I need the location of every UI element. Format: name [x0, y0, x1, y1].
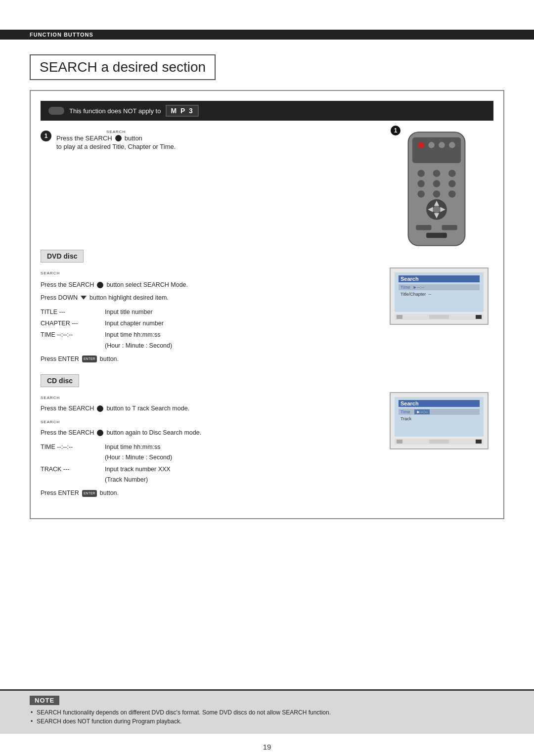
mp3-notice: This function does NOT apply to M P 3	[41, 101, 493, 121]
dvd-line2b: button highlight desired item.	[89, 293, 169, 303]
cd-screen-btn-right	[476, 440, 482, 444]
cd-track-desc: Input track number XXX (Track Number)	[105, 464, 375, 486]
dvd-screen-title: Search	[399, 275, 480, 282]
step1-text: SEARCH Press the SEARCH button to play a…	[56, 130, 176, 150]
chapter-label: CHAPTER ---	[41, 318, 90, 329]
dvd-screen-bottom	[395, 314, 484, 320]
title-label: TITLE ---	[41, 307, 90, 317]
note-section: NOTE SEARCH functionality depends on dif…	[0, 689, 534, 734]
note-item-1: SEARCH functionality depends on differen…	[30, 709, 504, 716]
svg-point-4	[439, 142, 445, 148]
dvd-search-btn	[97, 282, 103, 288]
cd-search-btn2	[97, 430, 103, 436]
cd-screen-btn-mid	[429, 440, 449, 444]
cd-line2: Press the SEARCH	[41, 428, 94, 438]
page-wrapper: FUNCTION BUTTONS SEARCH a desired sectio…	[0, 0, 534, 756]
title-desc: Input title number	[105, 307, 375, 317]
svg-point-14	[448, 190, 456, 198]
cd-enter-label: Press ENTER	[41, 488, 79, 498]
cd-screen: Search Time►--:-- Track	[390, 392, 489, 449]
dvd-search-label: SEARCH	[41, 271, 60, 275]
cd-search-label2: SEARCH	[41, 420, 60, 424]
dvd-line1b: button select SEARCH Mode.	[106, 280, 188, 290]
section-title: SEARCH a desired section	[30, 54, 216, 80]
svg-point-5	[449, 142, 455, 148]
dvd-right: Search Time ►--:-- Title/Chapter --	[385, 267, 493, 364]
cd-screen-time: Time►--:--	[399, 409, 480, 415]
svg-point-13	[433, 190, 441, 198]
svg-rect-1	[412, 137, 461, 163]
dvd-screen: Search Time ►--:-- Title/Chapter --	[390, 267, 489, 325]
remote-container: 1	[395, 130, 484, 250]
svg-point-8	[448, 170, 456, 177]
dvd-left: SEARCH Press the SEARCH button select SE…	[41, 267, 375, 364]
dvd-instructions: SEARCH Press the SEARCH button select SE…	[41, 267, 375, 364]
header-label: FUNCTION BUTTONS	[30, 32, 93, 38]
mp3-notice-text: This function does NOT apply to	[69, 107, 161, 115]
cd-disc-section: CD disc SEARCH Press the SEARCH button t…	[41, 374, 493, 498]
down-arrow-icon	[81, 296, 87, 300]
cd-left: SEARCH Press the SEARCH button to T rack…	[41, 392, 375, 498]
step1-right: 1	[385, 130, 493, 250]
dvd-line2a: Press DOWN	[41, 293, 78, 303]
svg-point-6	[417, 170, 425, 177]
remote-svg	[395, 130, 479, 248]
dvd-enter-label2: button.	[100, 354, 119, 364]
svg-point-9	[417, 180, 425, 187]
cd-search-btn1	[97, 405, 103, 412]
dvd-disc-section: DVD disc SEARCH Press the SEARCH button …	[41, 250, 493, 364]
time-label: TIME --:--:--	[41, 330, 90, 340]
dvd-enter-label: Press ENTER	[41, 354, 79, 364]
remote-badge-1: 1	[391, 126, 400, 135]
svg-point-3	[428, 142, 435, 148]
dvd-two-col: SEARCH Press the SEARCH button select SE…	[41, 267, 493, 364]
step1-button-text: button	[125, 134, 142, 142]
note-title: NOTE	[30, 696, 59, 705]
svg-point-10	[433, 180, 441, 187]
svg-point-12	[417, 190, 425, 198]
cd-screen-btn-left	[397, 440, 402, 444]
step1-desc: to play at a desired Title, Chapter or T…	[56, 143, 176, 150]
step1-instruction: 1 SEARCH Press the SEARCH button to play…	[41, 130, 375, 150]
step1-press-text: Press the SEARCH	[56, 134, 112, 142]
svg-rect-22	[442, 225, 457, 230]
time-desc: Input time hh:mm:ss (Hour : Minute : Sec…	[105, 330, 375, 351]
cd-track-label: TRACK ---	[41, 464, 90, 475]
dvd-screen-btn-right	[476, 315, 482, 319]
cd-enter-label2: button.	[100, 488, 119, 498]
enter-btn-icon: ENTER	[82, 356, 97, 362]
cd-screen-bottom	[395, 439, 484, 445]
cd-search-label: SEARCH	[41, 396, 60, 400]
step1-left: 1 SEARCH Press the SEARCH button to play…	[41, 130, 375, 250]
mp3-badge: M P 3	[166, 105, 198, 117]
search-button-icon	[115, 135, 122, 141]
dvd-screen-inner: Search Time ►--:-- Title/Chapter --	[395, 272, 484, 312]
svg-rect-21	[416, 225, 431, 230]
chapter-desc: Input chapter number	[105, 318, 375, 329]
cd-time-label: TIME --:--:--	[41, 442, 90, 452]
cd-right: Search Time►--:-- Track	[385, 392, 493, 498]
cd-line1b: button to T rack Search mode.	[106, 403, 189, 414]
cd-instructions: SEARCH Press the SEARCH button to T rack…	[41, 392, 375, 498]
dvd-screen-time: Time ►--:--	[399, 284, 480, 290]
step1-circle: 1	[41, 131, 51, 141]
svg-point-7	[433, 170, 441, 177]
dvd-screen-btn-mid	[429, 315, 449, 319]
cd-two-col: SEARCH Press the SEARCH button to T rack…	[41, 392, 493, 498]
cd-disc-title: CD disc	[41, 374, 79, 387]
svg-point-20	[433, 206, 441, 213]
dvd-screen-btn-left	[397, 315, 402, 319]
content-box: This function does NOT apply to M P 3 1 …	[30, 90, 504, 519]
cd-screen-inner: Search Time►--:-- Track	[395, 397, 484, 437]
dvd-screen-title-chapter: Title/Chapter --	[399, 291, 480, 297]
search-label: SEARCH	[56, 130, 176, 134]
cd-screen-track: Track	[399, 416, 480, 422]
cd-line1: Press the SEARCH	[41, 403, 94, 414]
svg-rect-23	[426, 233, 447, 238]
dvd-line1: Press the SEARCH	[41, 280, 94, 290]
note-item-2: SEARCH does NOT function during Program …	[30, 718, 504, 725]
svg-point-11	[448, 180, 456, 187]
cd-time-desc: Input time hh:mm:ss (Hour : Minute : Sec…	[105, 442, 375, 463]
cd-line2b: button again to Disc Search mode.	[106, 428, 201, 438]
svg-point-2	[418, 142, 424, 148]
